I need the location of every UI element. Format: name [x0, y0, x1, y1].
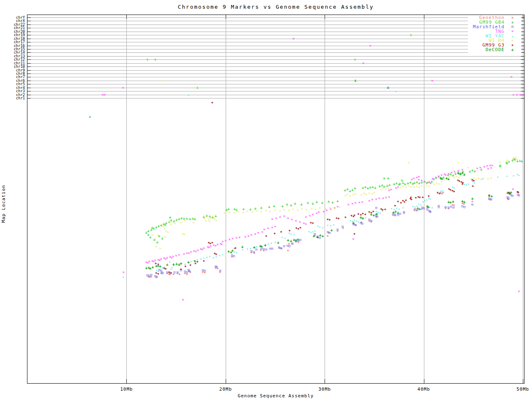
marker-g3: ◈: [170, 271, 172, 275]
marker-rh: ✳: [193, 221, 195, 224]
marker-tng: ×: [295, 219, 297, 223]
marker-tng: ×: [263, 228, 265, 232]
marker-tng: ×: [267, 227, 269, 230]
marker-decode: +: [194, 259, 196, 263]
marker-gb4: +: [89, 115, 91, 119]
marker-rh: ✳: [246, 209, 249, 213]
marker-rh: ✳: [407, 184, 409, 188]
marker-yac: ▲: [513, 174, 515, 177]
marker-yac: ▲: [466, 183, 467, 186]
chrom-line-chr22: [27, 25, 524, 25]
marker-tng: ×: [178, 253, 180, 257]
chrom-line-chr18: [27, 39, 524, 39]
marker-rh: ✳: [183, 232, 185, 236]
marker-tng: ×: [238, 236, 240, 239]
marker-rh: ✳: [418, 185, 420, 189]
marker-rh: ✳: [346, 192, 348, 196]
marker-g3: ◈: [180, 268, 182, 271]
marker-rh: ✳: [410, 185, 412, 189]
marker-marshfield: ⊡: [188, 269, 190, 273]
marker-marshfield: ⊡: [423, 207, 425, 210]
marker-rh: ✳: [204, 219, 207, 223]
marker-g3: ◈: [312, 222, 314, 225]
chrom-tick-right-chr15: [521, 49, 524, 49]
marker-marshfield: ⊡: [216, 265, 218, 269]
marker-yac: ▲: [418, 202, 420, 205]
marker-marshfield: ⊡: [173, 271, 175, 274]
marker-decode: +: [352, 221, 355, 225]
marker-rh: ✳: [242, 211, 244, 214]
marker-tng: ×: [254, 232, 256, 236]
x-tick-label-30Mb: 30Mb: [314, 387, 335, 392]
marker-rh: ✳: [423, 185, 425, 189]
marker-rh: ✳: [184, 219, 186, 222]
marker-g3: ◈: [190, 264, 192, 267]
marker-tng: ×: [305, 222, 307, 226]
marker-yac: ▲: [420, 203, 422, 206]
marker-yac: ▲: [281, 236, 283, 238]
marker-gb4: +: [374, 186, 377, 190]
marker-g3: ◈: [337, 217, 340, 220]
marker-decode: +: [362, 216, 364, 220]
chrom-line-chr13: [27, 56, 524, 57]
marker-g3: ◈: [472, 185, 474, 188]
marker-rh: ✳: [405, 185, 407, 189]
marker-rh: ✳: [215, 219, 217, 222]
marker-rh: ✳: [380, 188, 382, 192]
legend-star-icon: ✳: [505, 38, 520, 43]
marker-g3: ◈: [428, 195, 430, 198]
marker-gb4: +: [336, 199, 339, 203]
marker-yac: ▲: [441, 189, 443, 192]
chrom-line-chr21: [27, 28, 524, 28]
x-tick-top-30Mb: [325, 15, 325, 19]
marker-rh: ✳: [154, 237, 156, 241]
marker-gb4: +: [401, 178, 403, 182]
marker-genethon: ◈: [179, 273, 181, 276]
marker-g3: ◈: [405, 199, 407, 202]
marker-decode: +: [166, 263, 168, 267]
marker-tng: ×: [208, 246, 210, 249]
marker-decode: +: [321, 234, 324, 238]
marker-yac: ▲: [246, 247, 248, 250]
marker-g3: ◈: [203, 259, 205, 263]
marker-tng: ×: [188, 251, 190, 255]
marker-rh: ✳: [408, 161, 410, 165]
marker-tng: ×: [147, 261, 149, 265]
marker-yac: ▲: [398, 207, 400, 210]
chrom-line-chr3: [27, 91, 524, 91]
marker-rh: ✳: [453, 176, 455, 180]
marker-rh: ✳: [234, 211, 236, 215]
marker-tng: ×: [217, 243, 219, 246]
chrom-tick-right-chr9: [521, 70, 524, 71]
marker-g3: ◈: [265, 234, 267, 238]
marker-yac: ▲: [212, 256, 214, 259]
marker-tng: ×: [518, 290, 520, 293]
marker-decode: +: [463, 172, 466, 177]
marker-gb4: +: [499, 164, 501, 168]
marker-rh: ✳: [167, 230, 169, 234]
marker-tng: ×: [232, 237, 234, 241]
x-tick-label-50Mb: 50Mb: [512, 387, 532, 392]
marker-yac: ▲: [424, 199, 426, 202]
marker-yac: ▲: [468, 182, 469, 185]
marker-yac: ▲: [356, 219, 357, 222]
marker-marshfield: ⊡: [280, 246, 282, 250]
marker-marshfield: ⊡: [271, 247, 273, 251]
chrom-tick-right-chr12: [521, 59, 524, 60]
marker-decode: +: [354, 79, 357, 83]
marker-tng: ×: [159, 259, 161, 262]
marker-decode: +: [375, 212, 377, 216]
chrom-line-chr19: [27, 35, 524, 35]
marker-tng: ×: [385, 196, 387, 200]
marker-rh: ✳: [365, 192, 367, 196]
x-tick-top-20Mb: [226, 15, 226, 19]
marker-tng: ×: [510, 75, 512, 79]
chrom-line-chr5: [27, 84, 524, 84]
marker-decode: +: [441, 177, 443, 181]
marker-marshfield: ⊡: [288, 244, 291, 248]
marker-tng: ×: [512, 93, 515, 96]
chrom-tick-left-chr2: [27, 95, 31, 95]
marker-tng: ×: [382, 197, 384, 200]
marker-yac: ▲: [402, 206, 404, 209]
marker-gb4: +: [294, 202, 296, 206]
